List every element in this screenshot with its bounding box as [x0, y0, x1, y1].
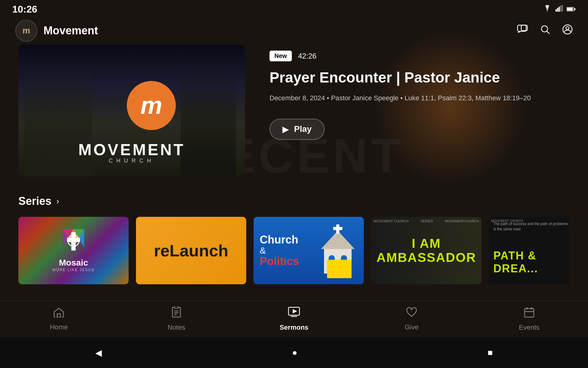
chat-icon[interactable]: [517, 25, 528, 37]
svg-rect-2: [559, 7, 560, 12]
cp-church-text: Church: [260, 234, 299, 245]
signal-icon: [556, 5, 563, 13]
new-badge: New: [270, 51, 292, 61]
give-icon: [406, 307, 417, 320]
main-content: m MOVEMENT CHURCH New 42:26 Prayer Encou…: [0, 44, 588, 284]
svg-rect-4: [562, 5, 563, 12]
series-card-church-politics[interactable]: Church & Politics: [254, 217, 364, 284]
svg-rect-1: [557, 8, 558, 12]
svg-rect-7: [574, 8, 575, 10]
svg-rect-31: [175, 307, 178, 309]
svg-marker-36: [293, 309, 297, 313]
path-subtitle: DREA...: [493, 262, 538, 275]
home-button[interactable]: ●: [292, 348, 297, 358]
svg-rect-0: [556, 9, 557, 12]
movement-title: MOVEMENT: [18, 140, 245, 159]
relaunch-title: reLaunch: [154, 241, 228, 260]
cp-yellow-accent: [327, 260, 352, 278]
events-label: Events: [519, 324, 539, 332]
series-header: Series ›: [18, 195, 570, 208]
series-section: Series ›: [18, 195, 570, 284]
relaunch-inner: reLaunch: [136, 217, 246, 284]
notes-icon: [172, 307, 181, 320]
give-label: Give: [405, 323, 418, 331]
path-header-labels: MOVEMENT CHURCH: [491, 219, 570, 223]
system-nav: ◀ ● ■: [0, 337, 588, 368]
ambassador-title: I AM AMBASSADOR: [376, 236, 476, 265]
church-politics-inner: Church & Politics: [254, 217, 364, 284]
path-inner: MOVEMENT CHURCH The path of success and …: [489, 217, 570, 284]
header: m Movement: [0, 17, 588, 44]
status-bar: 10:26: [0, 0, 588, 18]
search-icon[interactable]: [540, 25, 550, 37]
ambassador-header-labels: MOVEMENT CHURCH SERIES MOVEMENTCHURCH: [374, 219, 479, 223]
home-label: Home: [50, 323, 68, 331]
thumbnail-inner: m MOVEMENT CHURCH: [18, 44, 245, 176]
series-arrow-icon[interactable]: ›: [56, 196, 59, 206]
duration-badge: 42:26: [298, 52, 316, 60]
ambassador-inner: MOVEMENT CHURCH SERIES MOVEMENTCHURCH I …: [371, 217, 481, 284]
notes-label: Notes: [168, 324, 185, 332]
featured-info: New 42:26 Prayer Encounter | Pastor Jani…: [270, 44, 570, 140]
sermons-label: Sermons: [280, 324, 308, 332]
home-icon: [53, 307, 64, 320]
movement-church-label: MOVEMENT CHURCH: [18, 140, 245, 164]
featured-meta: December 8, 2024 • Pastor Janice Speegle…: [270, 93, 570, 103]
mosaic-subtitle: MORE LIKE JESUS: [52, 268, 94, 272]
svg-rect-38: [525, 309, 534, 317]
featured-title: Prayer Encounter | Pastor Janice: [270, 69, 570, 86]
bottom-nav: Home Notes Sermons: [0, 301, 588, 337]
path-body-text: The path of success and the path of prob…: [493, 221, 570, 232]
featured-thumbnail[interactable]: m MOVEMENT CHURCH: [18, 44, 245, 176]
mosaic-title: Mosaic: [52, 258, 94, 268]
mosaic-cross-icon: [63, 229, 84, 257]
logo-letter: m: [23, 26, 30, 36]
svg-line-11: [547, 31, 549, 34]
cp-amp-text: &: [260, 245, 299, 256]
nav-item-notes[interactable]: Notes: [118, 307, 235, 332]
status-icons: [543, 5, 576, 13]
play-label: Play: [294, 124, 312, 134]
header-actions: [517, 24, 573, 37]
series-section-title: Series: [18, 195, 51, 208]
nav-item-events[interactable]: Events: [470, 307, 588, 332]
sermons-icon: [288, 307, 300, 320]
app-name: Movement: [43, 24, 98, 37]
nav-item-home[interactable]: Home: [0, 307, 118, 331]
mosaic-inner: Mosaic MORE LIKE JESUS: [18, 217, 129, 284]
back-button[interactable]: ◀: [95, 348, 102, 358]
series-grid: Mosaic MORE LIKE JESUS reLaunch Church &: [18, 217, 570, 284]
featured-section: m MOVEMENT CHURCH New 42:26 Prayer Encou…: [18, 44, 570, 176]
church-politics-text: Church & Politics: [260, 234, 299, 267]
series-card-ambassador[interactable]: MOVEMENT CHURCH SERIES MOVEMENTCHURCH I …: [371, 217, 481, 284]
svg-rect-25: [333, 227, 342, 230]
path-title: PATH &: [493, 249, 538, 262]
header-left: m Movement: [15, 20, 98, 42]
svg-rect-29: [57, 314, 60, 317]
cp-politics-text: Politics: [260, 256, 299, 267]
account-icon[interactable]: [562, 24, 573, 37]
nav-item-give[interactable]: Give: [353, 307, 470, 331]
series-card-mosaic[interactable]: Mosaic MORE LIKE JESUS: [18, 217, 129, 284]
svg-point-13: [566, 27, 569, 30]
play-icon: ▶: [282, 124, 289, 134]
movement-subtitle: CHURCH: [18, 158, 245, 164]
svg-rect-3: [560, 6, 561, 12]
movement-m-letter: m: [140, 91, 162, 120]
app-logo[interactable]: m: [15, 20, 37, 42]
movement-logo: m: [127, 81, 176, 130]
series-card-path[interactable]: MOVEMENT CHURCH The path of success and …: [489, 217, 570, 284]
play-button[interactable]: ▶ Play: [270, 119, 325, 140]
mosaic-content: Mosaic MORE LIKE JESUS: [52, 229, 94, 272]
featured-badges: New 42:26: [270, 51, 570, 61]
path-label-text: PATH & DREA...: [493, 249, 538, 275]
events-icon: [524, 307, 534, 320]
wifi-icon: [543, 5, 552, 13]
battery-icon: [567, 5, 576, 13]
recents-button[interactable]: ■: [488, 348, 493, 358]
status-time: 10:26: [12, 4, 37, 15]
series-card-relaunch[interactable]: reLaunch: [136, 217, 246, 284]
nav-item-sermons[interactable]: Sermons: [235, 307, 353, 332]
svg-rect-6: [567, 8, 573, 11]
